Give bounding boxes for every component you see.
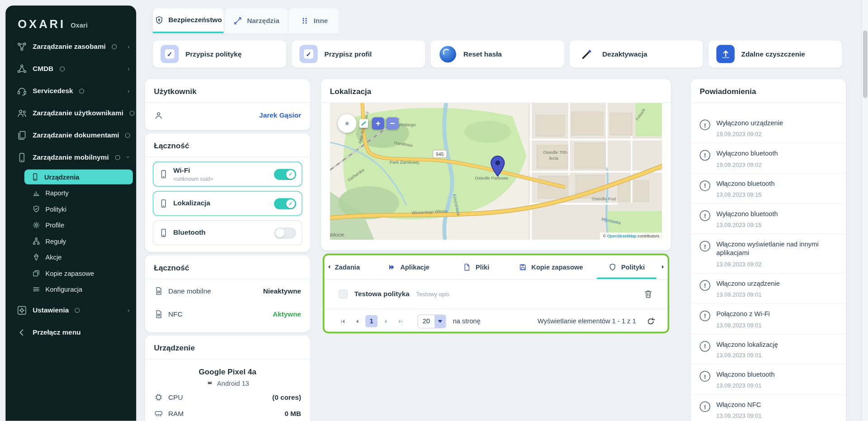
- notification-item[interactable]: Wyłączono urządzenie19.09.2023 09:02: [691, 113, 846, 143]
- first-page-button[interactable]: [336, 315, 349, 327]
- headset-icon: [17, 85, 27, 96]
- location-row: Lokalizacja: [153, 191, 302, 216]
- osm-link[interactable]: OpenStreetMap: [607, 234, 637, 239]
- bluetooth-toggle[interactable]: [274, 227, 296, 238]
- logo-subtext: Oxari: [71, 19, 88, 29]
- delete-icon[interactable]: [643, 289, 653, 299]
- action-label: Przypisz politykę: [185, 50, 241, 58]
- page-number-button[interactable]: 1: [365, 315, 377, 327]
- remote-wipe-button[interactable]: Zdalne czyszczenie: [708, 40, 842, 67]
- sidebar-item-label: Zarządzanie zasobami: [33, 43, 106, 50]
- sidebar-collapse-button[interactable]: Przełącz menu: [5, 321, 136, 343]
- sidebar-subitem-polityki[interactable]: Polityki: [5, 201, 136, 217]
- sidebar-subitem-profile[interactable]: Profile: [5, 217, 136, 233]
- next-page-button[interactable]: [380, 315, 392, 327]
- vertical-scrollbar[interactable]: [861, 0, 868, 421]
- notification-date: 13.09.2023 09:01: [716, 382, 774, 389]
- sidebar-subitem-akcje[interactable]: Akcje: [5, 249, 136, 265]
- page-size-select[interactable]: 20: [417, 314, 446, 328]
- location-toggle[interactable]: [274, 198, 296, 209]
- tab-narzedzia[interactable]: Narzędzia: [225, 8, 288, 33]
- map-measure-tool[interactable]: [359, 119, 368, 128]
- detail-tab-polityki[interactable]: Polityki: [592, 255, 661, 279]
- sidebar-item-servicedesk[interactable]: Servicedesk: [5, 80, 136, 102]
- tab-inne[interactable]: Inne: [289, 8, 339, 33]
- sidebar-subitem-raporty[interactable]: Raporty: [5, 185, 136, 201]
- pagination-summary: Wyświetlanie elementów 1 - 1 z 1: [538, 317, 636, 325]
- notification-item[interactable]: Włączono urządzenie13.09.2023 09:01: [691, 274, 846, 304]
- smartphone-icon: [31, 173, 39, 181]
- scrollbar-thumb[interactable]: [863, 30, 868, 98]
- sidebar-item-zarzadzanie-uzytkownikami[interactable]: Zarządzanie użytkownikami: [5, 102, 136, 124]
- notification-title: Włączono NFC: [716, 401, 761, 410]
- zoom-out-button[interactable]: −: [387, 118, 399, 130]
- wifi-labels: Wi-Fi <unknown ssid>: [173, 166, 213, 182]
- last-page-button[interactable]: [394, 315, 406, 327]
- detail-tab-pliki[interactable]: Pliki: [443, 255, 509, 279]
- sliders-icon: [32, 285, 40, 293]
- deactivate-button[interactable]: Dezaktywacja: [570, 40, 703, 67]
- reset-password-button[interactable]: Reset hasła: [431, 40, 564, 67]
- sidebar-item-cmdb[interactable]: CMDB: [5, 57, 136, 80]
- sidebar-item-label: Zarządzanie mobilnymi: [33, 153, 108, 161]
- sidebar-subitem-konfiguracja[interactable]: Konfiguracja: [5, 281, 136, 298]
- tabs-scroll-left-button[interactable]: [325, 255, 335, 278]
- tab-bezpieczenstwo[interactable]: Bezpieczeństwo: [153, 8, 224, 33]
- refresh-icon[interactable]: [646, 317, 656, 326]
- map[interactable]: 945 Wyszyńskiego Park Zamkowy, Osiedle P…: [330, 103, 662, 240]
- chevron-right-icon: [127, 43, 130, 50]
- zoom-in-button[interactable]: +: [372, 118, 384, 130]
- wifi-toggle[interactable]: [274, 169, 296, 180]
- sidebar-subitem-urzadzenia[interactable]: Urządzenia: [24, 170, 133, 184]
- notification-item[interactable]: Włączono NFC13.09.2023 09:01: [691, 395, 846, 421]
- detail-tab-kopie-zapasowe[interactable]: Kopie zapasowe: [509, 255, 593, 279]
- device-os-row: Android 13: [145, 376, 310, 389]
- notification-item[interactable]: Wyłączono bluetooth19.09.2023 09:02: [691, 143, 846, 174]
- notification-item[interactable]: Włączono bluetooth13.09.2023 09:15: [691, 174, 846, 204]
- app-viewport: OXARI Oxari Zarządzanie zasobami CMDB Se…: [0, 0, 868, 421]
- previous-page-button[interactable]: [351, 315, 363, 327]
- action-label: Reset hasła: [463, 50, 502, 58]
- notification-date: 13.09.2023 09:01: [716, 322, 769, 328]
- connectivity-status-card: Łączność Dane mobilne Nieaktywne NFC Akt…: [145, 255, 310, 332]
- sidebar-item-zarzadzanie-mobilnymi[interactable]: Zarządzanie mobilnymi: [5, 146, 136, 168]
- assign-policy-button[interactable]: Przypisz politykę: [153, 40, 286, 67]
- sidebar-item-ustawienia[interactable]: Ustawienia: [5, 299, 136, 321]
- notification-item[interactable]: Wyłączono bluetooth13.09.2023 09:15: [691, 204, 846, 234]
- policy-name: Testowa polityka: [354, 290, 410, 298]
- notification-body: Wyłączono urządzenie19.09.2023 09:02: [716, 119, 783, 137]
- cpu-row: CPU (0 cores): [145, 389, 310, 406]
- sidebar-item-zarzadzanie-dokumentami[interactable]: Zarządzanie dokumentami: [5, 124, 136, 146]
- notification-date: 13.09.2023 09:01: [716, 412, 761, 419]
- ram-icon: [154, 409, 163, 418]
- notification-item[interactable]: Włączono wyświetlanie nad innymi aplikac…: [691, 234, 846, 274]
- sidebar-subitem-reguly[interactable]: Reguły: [5, 233, 136, 250]
- detail-tab-aplikacje[interactable]: Aplikacje: [374, 255, 443, 279]
- toggle-knob: [276, 228, 285, 237]
- card-title: Powiadomienia: [691, 79, 846, 103]
- notification-body: Wyłączono bluetooth13.09.2023 09:15: [716, 210, 778, 228]
- card-title: Użytkownik: [145, 79, 310, 103]
- notification-item[interactable]: Włączono bluetooth13.09.2023 09:01: [691, 364, 846, 395]
- alert-circle-icon: [700, 150, 710, 161]
- card-title: Łączność: [145, 255, 310, 279]
- sidebar-item-label: Ustawienia: [33, 306, 69, 314]
- notification-item[interactable]: Połączono z Wi-Fi13.09.2023 09:01: [691, 304, 846, 334]
- map-pan-control[interactable]: [338, 114, 357, 133]
- alert-circle-icon: [700, 341, 710, 351]
- notification-item[interactable]: Włączono lokalizację13.09.2023 09:01: [691, 334, 846, 364]
- user-name-link[interactable]: Jarek Gąsior: [259, 111, 301, 119]
- sidebar-subitem-kopie-zapasowe[interactable]: Kopie zapasowe: [5, 265, 136, 282]
- assets-icon: [17, 41, 27, 52]
- policy-table-row[interactable]: Testowa polityka Testowy opis: [325, 279, 668, 309]
- action-label: Przypisz profil: [325, 50, 372, 58]
- tabs-scroll-right-button[interactable]: [658, 255, 668, 278]
- ram-label: RAM: [168, 410, 184, 417]
- sidebar: OXARI Oxari Zarządzanie zasobami CMDB Se…: [5, 5, 136, 421]
- chevron-down-icon: [434, 315, 445, 327]
- sidebar-item-zarzadzanie-zasobami[interactable]: Zarządzanie zasobami: [5, 35, 136, 57]
- location-label: Lokalizacja: [173, 199, 210, 208]
- info-badge-icon: [60, 66, 65, 71]
- row-checkbox[interactable]: [339, 289, 348, 298]
- assign-profile-button[interactable]: Przypisz profil: [292, 40, 425, 67]
